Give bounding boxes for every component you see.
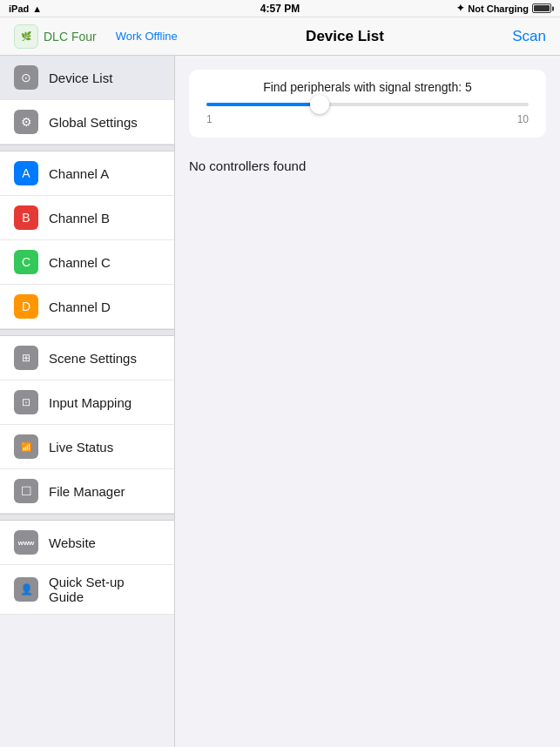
sidebar-item-scene-settings[interactable]: ⊞ Scene Settings (0, 336, 174, 380)
nav-title: Device List (306, 28, 384, 45)
sidebar-label-quick-setup: Quick Set-up Guide (49, 575, 160, 604)
sidebar-item-file-manager[interactable]: ☐ File Manager (0, 469, 174, 514)
channel-c-icon: C (14, 250, 38, 274)
content-area: Find peripherals with signal strength: 5… (175, 56, 560, 747)
sidebar-item-channel-d[interactable]: D Channel D (0, 285, 174, 329)
bluetooth-icon: ✦ (456, 3, 464, 14)
carrier-label: iPad (9, 3, 29, 14)
channel-a-icon: A (14, 161, 38, 185)
slider-fill (206, 103, 320, 106)
sidebar: ⊙ Device List ⚙ Global Settings A Channe… (0, 56, 175, 747)
sidebar-label-scene-settings: Scene Settings (49, 351, 137, 366)
global-settings-icon: ⚙ (14, 110, 38, 134)
channel-b-icon: B (14, 205, 38, 230)
sidebar-item-quick-setup[interactable]: 👤 Quick Set-up Guide (0, 565, 174, 615)
sidebar-item-channel-a[interactable]: A Channel A (0, 151, 174, 196)
file-manager-icon: ☐ (14, 479, 38, 503)
sidebar-label-channel-b: Channel B (49, 211, 110, 225)
status-right: ✦ Not Charging (456, 3, 551, 14)
signal-strength-label: Find peripherals with signal strength: 5 (203, 80, 532, 94)
sidebar-item-device-list[interactable]: ⊙ Device List (0, 56, 174, 100)
sidebar-label-channel-a: Channel A (49, 166, 109, 181)
status-bar: iPad ▲ 4:57 PM ✦ Not Charging (0, 0, 560, 17)
status-time: 4:57 PM (260, 3, 300, 15)
website-icon: www (14, 530, 38, 555)
signal-strength-panel: Find peripherals with signal strength: 5… (189, 70, 546, 138)
device-list-icon: ⊙ (14, 65, 38, 90)
slider-thumb[interactable] (310, 95, 329, 114)
sidebar-label-global-settings: Global Settings (49, 115, 138, 130)
app-logo-glyph: 🌿 (21, 31, 31, 41)
slider-track (206, 103, 529, 106)
wifi-icon: ▲ (32, 3, 42, 14)
device-list-panel: Find peripherals with signal strength: 5… (175, 56, 560, 194)
sidebar-item-channel-c[interactable]: C Channel C (0, 240, 174, 285)
slider-labels: 1 10 (206, 113, 529, 125)
sidebar-label-input-mapping: Input Mapping (49, 395, 132, 410)
slider-min-label: 1 (206, 113, 213, 125)
sidebar-item-live-status[interactable]: 📶 Live Status (0, 425, 174, 469)
app-logo-icon: 🌿 (14, 24, 38, 49)
sidebar-section-3: ⊞ Scene Settings ⊡ Input Mapping 📶 Live … (0, 336, 174, 514)
sidebar-label-live-status: Live Status (49, 440, 113, 454)
sidebar-section-1: ⊙ Device List ⚙ Global Settings (0, 56, 174, 145)
sidebar-sep-2 (0, 329, 174, 336)
main-layout: ⊙ Device List ⚙ Global Settings A Channe… (0, 56, 560, 747)
nav-left-group: 🌿 DLC Four Work Offline (14, 24, 178, 49)
sidebar-label-channel-d: Channel D (49, 299, 111, 314)
channel-d-icon: D (14, 294, 38, 319)
scene-settings-icon: ⊞ (14, 346, 38, 370)
signal-slider-container: 1 10 (206, 103, 529, 125)
sidebar-item-channel-b[interactable]: B Channel B (0, 196, 174, 240)
scan-button[interactable]: Scan (512, 28, 546, 45)
slider-max-label: 10 (517, 113, 529, 125)
sidebar-section-2: A Channel A B Channel B C Channel C D Ch… (0, 151, 174, 329)
no-controllers-message: No controllers found (189, 151, 546, 180)
sidebar-sep-1 (0, 145, 174, 151)
work-offline-button[interactable]: Work Offline (116, 30, 178, 43)
quick-setup-icon: 👤 (14, 577, 38, 602)
sidebar-label-channel-c: Channel C (49, 255, 111, 270)
sidebar-sep-3 (0, 514, 174, 521)
sidebar-item-input-mapping[interactable]: ⊡ Input Mapping (0, 380, 174, 425)
sidebar-item-website[interactable]: www Website (0, 521, 174, 565)
input-mapping-icon: ⊡ (14, 390, 38, 414)
status-left: iPad ▲ (9, 3, 42, 14)
live-status-icon: 📶 (14, 434, 38, 459)
sidebar-label-device-list: Device List (49, 71, 112, 85)
sidebar-label-website: Website (49, 535, 96, 550)
nav-bar: 🌿 DLC Four Work Offline Device List Scan (0, 17, 560, 56)
battery-status-label: Not Charging (468, 3, 529, 14)
battery-icon (532, 3, 551, 13)
sidebar-section-4: www Website 👤 Quick Set-up Guide (0, 521, 174, 615)
app-name-label: DLC Four (44, 30, 97, 44)
sidebar-item-global-settings[interactable]: ⚙ Global Settings (0, 100, 174, 145)
sidebar-label-file-manager: File Manager (49, 484, 125, 499)
